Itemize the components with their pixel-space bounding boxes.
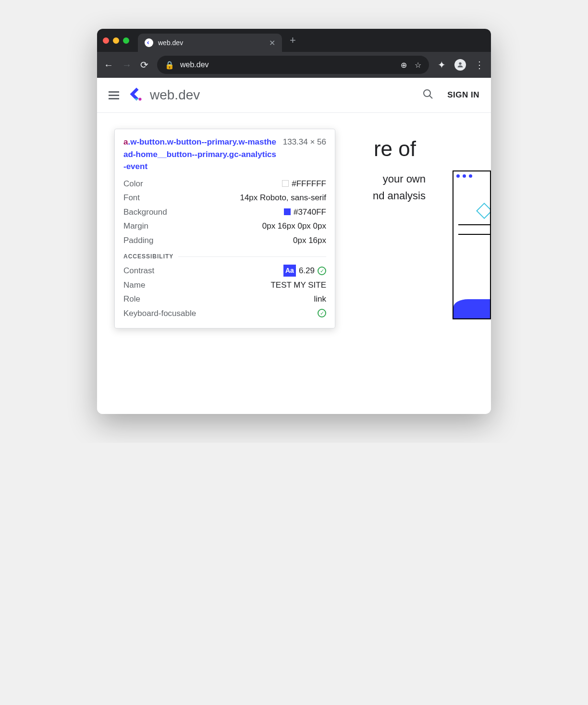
maximize-window-button[interactable] <box>123 37 129 44</box>
star-icon[interactable]: ☆ <box>415 61 421 70</box>
back-icon[interactable]: ← <box>104 60 113 71</box>
a11y-row-name: Name TEST MY SITE <box>123 279 326 292</box>
color-swatch-icon <box>284 208 291 215</box>
new-tab-button[interactable]: + <box>290 34 296 47</box>
style-row-margin: Margin 0px 16px 0px 0px <box>123 220 326 232</box>
kebab-menu-icon[interactable]: ⋮ <box>475 59 484 71</box>
chrome-top-bar: web.dev ✕ + ← → ⟳ 🔒 web.dev ⊕ ☆ ✦ <box>97 29 491 78</box>
address-bar[interactable]: 🔒 web.dev ⊕ ☆ <box>157 56 429 74</box>
page-content: web.dev SIGN IN re of your own <box>97 78 491 414</box>
favicon <box>145 38 153 47</box>
url-text: web.dev <box>180 61 209 69</box>
browser-toolbar: ← → ⟳ 🔒 web.dev ⊕ ☆ ✦ ⋮ <box>97 52 491 78</box>
site-header: web.dev SIGN IN <box>97 78 491 113</box>
a11y-row-contrast: Contrast Aa 6.29 ✓ <box>123 265 326 277</box>
style-row-background: Background #3740FF <box>123 206 326 219</box>
check-icon: ✓ <box>318 309 326 317</box>
style-row-color: Color #FFFFFF <box>123 178 326 190</box>
window-controls <box>103 37 129 44</box>
reload-icon[interactable]: ⟳ <box>140 59 148 71</box>
svg-point-0 <box>459 62 461 65</box>
lock-icon: 🔒 <box>165 61 174 70</box>
svg-point-1 <box>139 98 142 101</box>
profile-avatar-icon[interactable] <box>454 59 466 71</box>
a11y-row-focusable: Keyboard-focusable ✓ <box>123 307 326 320</box>
element-dimensions: 133.34 × 56 <box>283 136 326 148</box>
svg-line-3 <box>429 96 432 98</box>
accessibility-heading: ACCESSIBILITY <box>123 252 326 261</box>
close-tab-icon[interactable]: ✕ <box>269 38 275 48</box>
close-window-button[interactable] <box>103 37 109 44</box>
check-icon: ✓ <box>318 267 326 275</box>
tab-bar: web.dev ✕ + <box>97 29 491 52</box>
add-icon[interactable]: ⊕ <box>401 61 407 70</box>
browser-window: web.dev ✕ + ← → ⟳ 🔒 web.dev ⊕ ☆ ✦ <box>97 29 491 414</box>
tab-title: web.dev <box>158 39 264 47</box>
contrast-badge: Aa <box>283 265 296 277</box>
minimize-window-button[interactable] <box>113 37 119 44</box>
sign-in-link[interactable]: SIGN IN <box>447 90 479 100</box>
search-icon[interactable] <box>422 88 434 102</box>
a11y-row-role: Role link <box>123 293 326 305</box>
logo-text: web.dev <box>150 87 200 103</box>
site-logo[interactable]: web.dev <box>128 85 200 105</box>
forward-icon[interactable]: → <box>122 60 132 71</box>
logo-mark-icon <box>128 85 145 105</box>
devtools-inspect-tooltip: a.w-button.w-button--primary.w-masthead-… <box>114 129 335 328</box>
element-selector: a.w-button.w-button--primary.w-masthead-… <box>123 136 277 173</box>
svg-point-2 <box>424 90 430 97</box>
color-swatch-icon <box>282 180 289 187</box>
hamburger-menu-icon[interactable] <box>109 91 119 99</box>
extensions-icon[interactable]: ✦ <box>438 59 446 71</box>
hero-illustration <box>453 170 491 319</box>
browser-tab[interactable]: web.dev ✕ <box>138 34 282 52</box>
style-row-font: Font 14px Roboto, sans-serif <box>123 192 326 204</box>
style-row-padding: Padding 0px 16px <box>123 234 326 247</box>
